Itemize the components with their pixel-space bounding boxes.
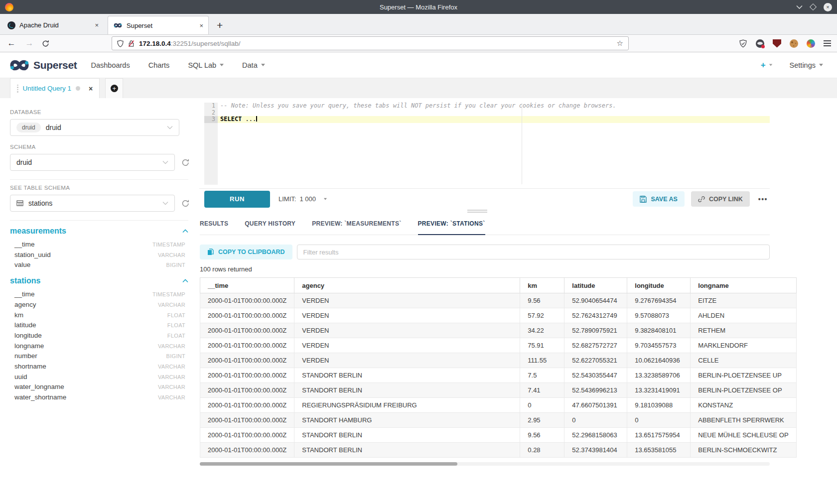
column-header[interactable]: latitude [564, 278, 627, 293]
insecure-lock-icon[interactable] [128, 40, 135, 47]
table-cell: 2000-01-01T00:00:00.000Z [200, 293, 294, 308]
bookmark-star-icon[interactable]: ☆ [617, 39, 623, 48]
table-row: 2000-01-01T00:00:00.000ZREGIERUNGSPRÄSID… [200, 398, 797, 413]
pane-resize-handle[interactable] [467, 210, 487, 214]
tab-close-icon[interactable]: × [199, 22, 203, 29]
window-maximize-icon[interactable] [810, 3, 817, 10]
reload-button[interactable] [42, 40, 53, 47]
schema-select[interactable]: druid [10, 154, 175, 171]
window-minimize-icon[interactable] [796, 5, 803, 9]
browser-tab-superset[interactable]: Superset × [108, 16, 209, 34]
collapse-chevron-up-icon[interactable] [182, 279, 188, 283]
refresh-tables-icon[interactable] [181, 199, 189, 208]
save-as-button[interactable]: SAVE AS [633, 191, 685, 207]
sql-editor[interactable]: 1 2 3 -- Note: Unless you save your quer… [204, 102, 770, 184]
table-cell: BERLIN-PLOETZENSEE UP [691, 368, 796, 383]
schema-table: measurements__timeTIMESTAMPstation_uuidV… [10, 225, 189, 270]
column-header[interactable]: km [520, 278, 564, 293]
superset-favicon [113, 22, 123, 28]
query-tab-close-icon[interactable]: × [89, 85, 93, 93]
url-bar[interactable]: 172.18.0.4:32251/superset/sqllab/ ☆ [112, 36, 629, 50]
editor-gutter: 1 2 3 [204, 103, 218, 185]
extension-cookie-icon[interactable] [790, 39, 798, 48]
refresh-schema-icon[interactable] [181, 158, 189, 167]
extension-mask-icon[interactable] [756, 39, 764, 48]
back-button[interactable]: ← [6, 38, 17, 48]
table-schema-select[interactable]: stations [10, 195, 175, 212]
table-cell: 13.3231419091 [627, 383, 691, 398]
url-path: :32251/superset/sqllab/ [171, 40, 241, 47]
divider [10, 220, 188, 221]
table-cell: AHLDEN [691, 308, 796, 323]
druid-favicon [7, 21, 15, 29]
add-query-tab-button[interactable]: + [105, 78, 123, 98]
table-cell: 13.653581055 [627, 443, 691, 458]
more-options-button[interactable]: ••• [756, 195, 770, 203]
extension-shield-icon[interactable] [739, 39, 747, 48]
horizontal-scrollbar-thumb[interactable] [200, 462, 457, 466]
table-cell: 2000-01-01T00:00:00.000Z [200, 428, 294, 443]
result-tab[interactable]: QUERY HISTORY [245, 220, 295, 235]
table-cell: REGIERUNGSPRÄSIDIUM FREIBURG [294, 398, 520, 413]
table-cell: MARKLENDORF [691, 338, 796, 353]
column-header[interactable]: __time [200, 278, 294, 293]
settings-menu[interactable]: Settings [790, 61, 823, 69]
table-cell: 9.3828408101 [627, 323, 691, 338]
caret-down-icon [220, 64, 224, 66]
nav-item-data[interactable]: Data [242, 61, 265, 69]
superset-logo[interactable] [8, 58, 31, 72]
database-chip: druid [16, 123, 41, 132]
schema-column-row: __timeTIMESTAMP [10, 289, 185, 300]
browser-toolbar: ← → 172.18.0.4:32251/superset/sqllab/ ☆ [0, 35, 837, 52]
caret-down-icon [769, 64, 772, 66]
menu-hamburger-icon[interactable] [824, 40, 831, 46]
result-tab[interactable]: PREVIEW: `STATIONS` [418, 220, 485, 235]
tracking-shield-icon[interactable] [117, 40, 124, 47]
table-cell: 2000-01-01T00:00:00.000Z [200, 308, 294, 323]
table-cell: 57.92 [520, 308, 564, 323]
table-cell: 2000-01-01T00:00:00.000Z [200, 368, 294, 383]
extension-colorwheel-icon[interactable] [807, 39, 815, 48]
result-tab[interactable]: PREVIEW: `MEASUREMENTS` [312, 220, 401, 235]
limit-dropdown[interactable]: LIMIT: 1 000 [279, 195, 327, 203]
query-tab-untitled-1[interactable]: Untitled Query 1 × [10, 78, 100, 98]
nav-item-charts[interactable]: Charts [148, 61, 170, 69]
table-cell: 75.91 [520, 338, 564, 353]
table-cell: 2000-01-01T00:00:00.000Z [200, 383, 294, 398]
table-cell: VERDEN [294, 293, 520, 308]
query-tab-strip: Untitled Query 1 × + [0, 78, 837, 98]
nav-item-dashboards[interactable]: Dashboards [91, 61, 130, 69]
table-cell: BERLIN-SCHMOECKWITZ [691, 443, 796, 458]
filter-results-input[interactable] [297, 245, 770, 259]
column-header[interactable]: longname [691, 278, 796, 293]
drag-handle-icon[interactable] [17, 85, 18, 93]
column-header[interactable]: longitude [627, 278, 691, 293]
copy-to-clipboard-button[interactable]: COPY TO CLIPBOARD [200, 245, 292, 259]
table-cell: 9.181039088 [627, 398, 691, 413]
table-cell: 52.7890975921 [564, 323, 627, 338]
nav-item-sql-lab[interactable]: SQL Lab [188, 61, 224, 69]
add-new-button[interactable]: + [761, 60, 773, 70]
caret-down-icon [261, 64, 265, 66]
brand-name[interactable]: Superset [33, 59, 77, 71]
result-tab[interactable]: RESULTS [200, 220, 228, 235]
firefox-logo-icon [5, 3, 13, 11]
plus-circle-icon: + [111, 85, 118, 92]
copy-link-button[interactable]: COPY LINK [691, 191, 750, 207]
run-button[interactable]: RUN [204, 191, 270, 208]
collapse-chevron-up-icon[interactable] [182, 229, 188, 233]
new-tab-button[interactable]: + [217, 20, 223, 30]
tab-close-icon[interactable]: × [95, 21, 99, 29]
table-cell: 34.22 [520, 323, 564, 338]
extension-ublock-icon[interactable] [773, 39, 781, 48]
column-header[interactable]: agency [294, 278, 520, 293]
schema-table-header[interactable]: measurements [10, 225, 188, 238]
forward-button[interactable]: → [24, 38, 35, 48]
browser-tab-apache-druid[interactable]: Apache Druid × [2, 16, 104, 34]
table-cell: 7.5 [520, 368, 564, 383]
caret-down-icon [819, 64, 823, 66]
database-select[interactable]: druid druid [10, 119, 179, 136]
window-close-icon[interactable]: × [824, 3, 832, 11]
editor-code-area[interactable]: -- Note: Unless you save your query, the… [218, 103, 770, 184]
schema-table-header[interactable]: stations [10, 274, 188, 287]
